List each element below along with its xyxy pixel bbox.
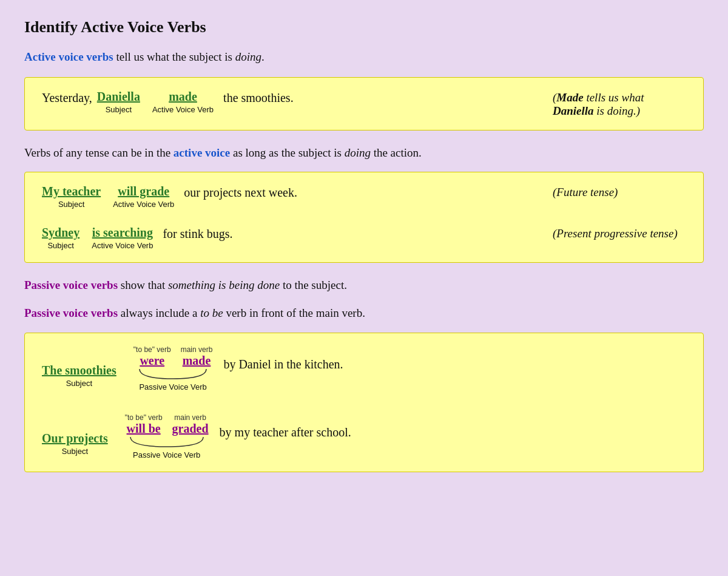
willgrade-word: will grade bbox=[118, 185, 169, 198]
future-tense-note: (Future tense) bbox=[528, 185, 686, 199]
smoothies-label: Subject bbox=[66, 379, 92, 388]
passive-intro1-part4: to the subject. bbox=[280, 279, 347, 291]
daniella-word: Daniella bbox=[97, 90, 140, 104]
graded-item: main verb graded bbox=[172, 413, 209, 436]
subject-verb-group-3: Sydney Subject is searching Active Voice… bbox=[42, 226, 153, 250]
made-verb: made Active Voice Verb bbox=[152, 90, 214, 114]
myteacher-label: Subject bbox=[58, 200, 84, 209]
graded-main-label: main verb bbox=[174, 413, 206, 422]
passive-row-1: The smoothies Subject "to be" verb were … bbox=[42, 345, 686, 391]
to-be-italic: to be bbox=[200, 307, 223, 319]
doing-italic: doing bbox=[345, 146, 371, 159]
present-progressive-note: (Present progressive tense) bbox=[528, 226, 686, 240]
intro-text-2: tell us what the subject is bbox=[113, 50, 235, 63]
were-word: were bbox=[140, 354, 164, 368]
intro-doing: doing bbox=[235, 50, 261, 63]
were-tobe-label: "to be" verb bbox=[133, 345, 171, 354]
willbe-graded-pair: "to be" verb will be main verb graded Pa… bbox=[125, 413, 209, 459]
note-line1: (Made tells us what bbox=[553, 91, 686, 104]
were-item: "to be" verb were bbox=[133, 345, 171, 368]
passive-intro2-part2: always include a bbox=[118, 307, 200, 319]
willgrade-label: Active Voice Verb bbox=[113, 200, 174, 209]
issearching-word: is searching bbox=[92, 226, 153, 240]
projects-rest: our projects next week. bbox=[184, 185, 297, 200]
passive-intro1-part2: show that bbox=[118, 279, 168, 291]
daniella-subject: Daniella Subject bbox=[97, 90, 140, 114]
ourprojects-label: Subject bbox=[62, 447, 88, 456]
passive-intro-1: Passive voice verbs show that something … bbox=[24, 276, 704, 294]
active-example-box-2: My teacher Subject will grade Active Voi… bbox=[24, 172, 704, 263]
smoothies-word: The smoothies bbox=[42, 364, 116, 378]
yesterday-prefix: Yesterday, bbox=[42, 90, 92, 105]
passive-intro2-part4: verb in front of the main verb. bbox=[223, 307, 365, 319]
passive-voice-verbs-label-1: Passive voice verbs bbox=[24, 279, 118, 291]
graded-word: graded bbox=[172, 422, 209, 436]
passive-row-2: Our projects Subject "to be" verb will b… bbox=[42, 413, 686, 459]
tense-part3: as long as the subject is bbox=[230, 146, 344, 159]
passive-voice-verbs-label-2: Passive voice verbs bbox=[24, 307, 118, 319]
brace-svg-1 bbox=[136, 368, 209, 381]
tense-para: Verbs of any tense can be in the active … bbox=[24, 144, 704, 162]
made-label-text: Active Voice Verb bbox=[152, 105, 214, 114]
passive-example-box: The smoothies Subject "to be" verb were … bbox=[24, 333, 704, 472]
sydney-word: Sydney bbox=[42, 226, 79, 240]
made-word: made bbox=[169, 90, 197, 104]
subject-verb-group-1: Daniella Subject made Active Voice Verb bbox=[97, 90, 214, 114]
verb-pair-top-1: "to be" verb were main verb made bbox=[133, 345, 213, 368]
smoothies-subject: The smoothies Subject bbox=[42, 364, 116, 388]
sydney-subject: Sydney Subject bbox=[42, 226, 79, 250]
were-made-pair: "to be" verb were main verb made Passive… bbox=[133, 345, 213, 391]
smoothies-rest: the smoothies. bbox=[223, 90, 294, 105]
made-main-word: made bbox=[183, 354, 211, 368]
note-line2: Daniella is doing.) bbox=[553, 104, 686, 118]
active-voice-tense: active voice bbox=[174, 146, 230, 159]
willgrade-verb: will grade Active Voice Verb bbox=[113, 185, 174, 209]
projects-by-teacher: by my teacher after school. bbox=[220, 413, 351, 439]
active-example-box-1: Yesterday, Daniella Subject made Active … bbox=[24, 77, 704, 130]
subject-verb-group-2: My teacher Subject will grade Active Voi… bbox=[42, 185, 174, 209]
brace-svg-2 bbox=[127, 436, 206, 449]
made-note: (Made tells us what Daniella is doing.) bbox=[528, 90, 686, 118]
active-example-row-2: My teacher Subject will grade Active Voi… bbox=[42, 185, 686, 209]
active-example-row-3: Sydney Subject is searching Active Voice… bbox=[42, 226, 686, 250]
tense-part5: the action. bbox=[371, 146, 422, 159]
sydney-label: Subject bbox=[47, 241, 73, 250]
daniella-label: Subject bbox=[106, 105, 132, 114]
myteacher-subject: My teacher Subject bbox=[42, 185, 101, 209]
willbe-item: "to be" verb will be bbox=[125, 413, 163, 436]
intro-period: . bbox=[261, 50, 265, 63]
verb-pair-top-2: "to be" verb will be main verb graded bbox=[125, 413, 209, 436]
page-title: Identify Active Voice Verbs bbox=[24, 18, 704, 36]
made-main-label: main verb bbox=[181, 345, 213, 354]
issearching-verb: is searching Active Voice Verb bbox=[92, 226, 153, 250]
myteacher-word: My teacher bbox=[42, 185, 101, 198]
willbe-tobe-label: "to be" verb bbox=[125, 413, 163, 422]
smoothies-by-daniel: by Daniel in the kitchen. bbox=[223, 345, 343, 371]
intro-active-line: Active voice verbs tell us what the subj… bbox=[24, 49, 704, 66]
issearching-label: Active Voice Verb bbox=[92, 241, 153, 250]
active-example-row-1: Yesterday, Daniella Subject made Active … bbox=[42, 90, 686, 118]
active-voice-verbs-label: Active voice verbs bbox=[24, 50, 113, 63]
ourprojects-word: Our projects bbox=[42, 432, 108, 446]
something-being-done: something is being done bbox=[168, 279, 280, 291]
willbe-word: will be bbox=[127, 422, 161, 436]
tense-part1: Verbs of any tense can be in the bbox=[24, 146, 174, 159]
ourprojects-subject: Our projects Subject bbox=[42, 432, 108, 456]
passive-voice-verb-label-1: Passive Voice Verb bbox=[139, 382, 206, 391]
passive-voice-verb-label-2: Passive Voice Verb bbox=[133, 450, 200, 459]
passive-intro-2: Passive voice verbs always include a to … bbox=[24, 304, 704, 322]
made-item: main verb made bbox=[181, 345, 213, 368]
stinkbugs-rest: for stink bugs. bbox=[163, 226, 232, 241]
